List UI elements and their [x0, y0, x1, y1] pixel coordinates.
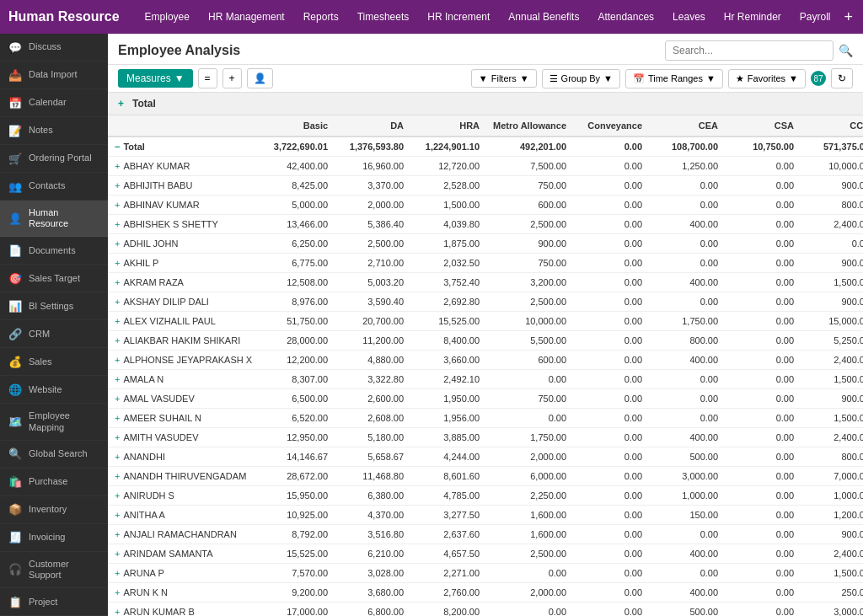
table-row: +AMITH VASUDEV12,950.005,180.003,885.001… — [108, 428, 863, 447]
row-expand-20[interactable]: + — [115, 549, 120, 559]
bi-settings-icon: 📊 — [8, 299, 22, 313]
sidebar-item-bi-settings[interactable]: 📊BI Settings — [0, 292, 108, 320]
time-ranges-button[interactable]: 📅 Time Ranges ▼ — [625, 69, 723, 88]
sidebar-item-contacts[interactable]: 👥Contacts — [0, 173, 108, 201]
top-nav-item-employee[interactable]: Employee — [137, 8, 198, 26]
row-expand-0[interactable]: + — [115, 161, 120, 171]
total-row-expand[interactable]: − — [115, 142, 120, 152]
row-expand-10[interactable]: + — [115, 355, 120, 365]
cell-1-3: 750.00 — [486, 176, 573, 196]
refresh-button[interactable]: ↻ — [831, 68, 853, 88]
col-header-cea: CEA — [649, 115, 725, 137]
sidebar-item-invoicing[interactable]: 🧾Invoicing — [0, 524, 108, 552]
top-nav-item-hr-management[interactable]: HR Management — [200, 8, 293, 26]
row-expand-12[interactable]: + — [115, 394, 120, 404]
person-button[interactable]: 👤 — [247, 68, 273, 88]
row-expand-4[interactable]: + — [115, 238, 120, 249]
row-expand-11[interactable]: + — [115, 374, 120, 384]
total-expand-icon[interactable]: + — [118, 98, 124, 110]
sidebar-item-project[interactable]: 📋Project — [0, 588, 108, 616]
row-expand-2[interactable]: + — [115, 200, 120, 210]
cell-6-3: 3,200.00 — [486, 273, 573, 292]
cell-10-4: 0.00 — [573, 351, 649, 370]
sidebar-item-sales-target[interactable]: 🎯Sales Target — [0, 265, 108, 292]
row-expand-17[interactable]: + — [115, 490, 120, 501]
cell-1-6: 0.00 — [725, 176, 801, 196]
sidebar-item-sales[interactable]: 💰Sales — [0, 348, 108, 376]
sidebar-item-discuss[interactable]: 💬Discuss — [0, 34, 108, 62]
cell-18-3: 1,600.00 — [486, 506, 573, 525]
top-nav-item-hr-reminder[interactable]: Hr Reminder — [716, 8, 790, 26]
row-expand-19[interactable]: + — [115, 529, 120, 539]
top-nav-item-timesheets[interactable]: Timesheets — [349, 8, 418, 26]
top-nav-item-leaves[interactable]: Leaves — [664, 8, 714, 26]
cell-23-7: 3,000.00 — [801, 603, 863, 617]
sidebar-item-purchase[interactable]: 🛍️Purchase — [0, 469, 108, 496]
sidebar-item-documents[interactable]: 📄Documents — [0, 237, 108, 265]
row-expand-16[interactable]: + — [115, 471, 120, 481]
plus-button[interactable]: + — [222, 68, 242, 88]
cell-14-5: 400.00 — [649, 428, 725, 447]
search-input[interactable] — [665, 40, 834, 61]
sidebar-item-crm[interactable]: 🔗CRM — [0, 320, 108, 348]
cell-14-4: 0.00 — [573, 428, 649, 447]
sidebar-item-notes[interactable]: 📝Notes — [0, 117, 108, 145]
calendar-icon: 📅 — [8, 96, 22, 110]
row-expand-21[interactable]: + — [115, 568, 120, 578]
cell-16-3: 6,000.00 — [486, 467, 573, 486]
row-expand-14[interactable]: + — [115, 432, 120, 442]
cell-7-4: 0.00 — [573, 292, 649, 312]
sidebar-item-label: Inventory — [29, 504, 67, 515]
filters-button[interactable]: ▼ Filters ▼ — [471, 69, 537, 88]
row-expand-9[interactable]: + — [115, 335, 120, 345]
add-menu-button[interactable]: + — [839, 8, 859, 26]
row-expand-22[interactable]: + — [115, 587, 120, 597]
sidebar-item-website[interactable]: 🌐Website — [0, 376, 108, 404]
row-expand-7[interactable]: + — [115, 297, 120, 307]
cell-7-7: 900.00 — [801, 292, 863, 312]
top-nav-item-hr-increment[interactable]: HR Increment — [419, 8, 498, 26]
equals-button[interactable]: = — [198, 68, 217, 88]
top-nav-item-annual-benefits[interactable]: Annual Benefits — [500, 8, 587, 26]
row-expand-6[interactable]: + — [115, 277, 120, 287]
sidebar-item-ordering-portal[interactable]: 🛒Ordering Portal — [0, 145, 108, 173]
row-expand-5[interactable]: + — [115, 258, 120, 268]
sidebar-item-human-resource[interactable]: 👤Human Resource — [0, 201, 108, 237]
table-row: +ARUNA P7,570.003,028.002,271.000.000.00… — [108, 564, 863, 583]
cell-13-7: 1,500.00 — [801, 409, 863, 428]
measures-button[interactable]: Measures ▼ — [118, 69, 193, 88]
top-nav-item-payroll[interactable]: Payroll — [791, 8, 839, 26]
sidebar-item-employee-mapping[interactable]: 🗺️Employee Mapping — [0, 404, 108, 440]
cell-14-1: 5,180.00 — [335, 428, 410, 447]
row-expand-18[interactable]: + — [115, 510, 120, 520]
cell-5-1: 2,710.00 — [335, 254, 410, 273]
cell-15-4: 0.00 — [573, 447, 649, 467]
cell-4-1: 2,500.00 — [335, 234, 410, 254]
sidebar-item-customer-support[interactable]: 🎧Customer Support — [0, 552, 108, 588]
cell-22-3: 2,000.00 — [486, 583, 573, 603]
row-expand-8[interactable]: + — [115, 316, 120, 326]
row-expand-23[interactable]: + — [115, 607, 120, 616]
sidebar-item-data-import[interactable]: 📥Data Import — [0, 62, 108, 89]
row-expand-1[interactable]: + — [115, 180, 120, 190]
favorites-button[interactable]: ★ Favorites ▼ — [728, 69, 806, 88]
cell-14-3: 1,750.00 — [486, 428, 573, 447]
row-expand-3[interactable]: + — [115, 219, 120, 229]
second-toolbar: Measures ▼ = + 👤 ▼ Filters ▼ ☰ Group By … — [108, 65, 863, 93]
sidebar-item-calendar[interactable]: 📅Calendar — [0, 89, 108, 117]
cell-19-4: 0.00 — [573, 525, 649, 544]
row-expand-13[interactable]: + — [115, 413, 120, 423]
search-button[interactable]: 🔍 — [839, 44, 853, 57]
top-nav-item-attendances[interactable]: Attendances — [589, 8, 662, 26]
website-icon: 🌐 — [8, 383, 22, 396]
sidebar-item-global-search[interactable]: 🔍Global Search — [0, 441, 108, 469]
sidebar-item-inventory[interactable]: 📦Inventory — [0, 496, 108, 524]
row-expand-15[interactable]: + — [115, 452, 120, 462]
table-row: +ANIRUDH S15,950.006,380.004,785.002,250… — [108, 486, 863, 506]
cell-6-5: 400.00 — [649, 273, 725, 292]
cell-5-5: 0.00 — [649, 254, 725, 273]
cell-3-6: 0.00 — [725, 215, 801, 234]
top-nav-item-reports[interactable]: Reports — [295, 8, 347, 26]
table-row: +ANJALI RAMACHANDRAN8,792.003,516.802,63… — [108, 525, 863, 544]
group-by-button[interactable]: ☰ Group By ▼ — [542, 69, 620, 88]
